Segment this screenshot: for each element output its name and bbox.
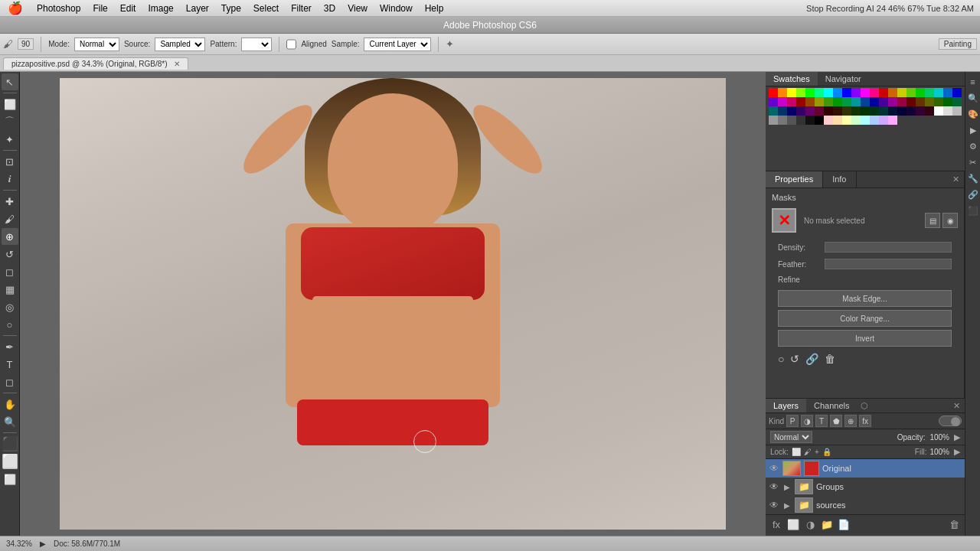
swatch-color[interactable] — [833, 88, 842, 97]
swatch-color[interactable] — [805, 116, 815, 125]
filter-toggle[interactable] — [939, 416, 962, 426]
swatch-color[interactable] — [925, 97, 934, 106]
menu-filter[interactable]: Filter — [285, 0, 318, 16]
clone-tool[interactable]: ⊕ — [2, 228, 18, 245]
apple-menu[interactable]: 🍎 — [0, 1, 31, 15]
filter-smart-icon[interactable]: ⊕ — [844, 415, 857, 427]
menu-type[interactable]: Type — [215, 0, 247, 16]
layer-expand-sources[interactable]: ▶ — [782, 501, 792, 510]
canvas-area[interactable] — [20, 72, 766, 536]
menu-select[interactable]: Select — [247, 0, 285, 16]
layers-panel-close[interactable]: ✕ — [949, 399, 965, 412]
density-slider[interactable] — [825, 242, 952, 253]
swatch-color[interactable] — [952, 88, 962, 97]
swatch-color[interactable] — [842, 97, 851, 106]
swatch-color[interactable] — [805, 106, 815, 116]
swatch-color[interactable] — [833, 106, 842, 116]
swatch-color[interactable] — [778, 106, 787, 116]
add-adjustment-btn[interactable]: ◑ — [802, 517, 818, 532]
swatch-color[interactable] — [870, 97, 879, 106]
lock-all-icon[interactable]: 🔒 — [822, 448, 831, 456]
mask-visibility-icon[interactable]: ○ — [778, 353, 784, 365]
dodge-tool[interactable]: ○ — [2, 316, 18, 333]
swatch-color[interactable] — [861, 116, 870, 125]
swatch-color[interactable] — [824, 106, 833, 116]
swatch-color[interactable] — [888, 116, 897, 125]
swatch-color[interactable] — [916, 88, 925, 97]
filter-pixel-icon[interactable]: P — [786, 415, 799, 427]
swatch-color[interactable] — [934, 106, 943, 116]
swatch-color[interactable] — [796, 97, 805, 106]
feather-slider[interactable] — [825, 259, 952, 269]
mask-link-icon[interactable]: 🔗 — [805, 353, 818, 365]
swatch-color[interactable] — [906, 106, 916, 116]
swatch-color[interactable] — [888, 97, 897, 106]
healing-tool[interactable]: ✚ — [2, 193, 18, 210]
swatch-color[interactable] — [888, 106, 897, 116]
swatch-color[interactable] — [861, 106, 870, 116]
tab-info[interactable]: Info — [823, 171, 856, 187]
swatch-color[interactable] — [906, 97, 916, 106]
healing-icon[interactable]: ✦ — [446, 38, 454, 50]
swatch-color[interactable] — [805, 88, 815, 97]
swatch-color[interactable] — [787, 97, 796, 106]
zoom-tool[interactable]: 🔍 — [2, 413, 18, 430]
swatch-color[interactable] — [815, 88, 824, 97]
filter-shape-icon[interactable]: ⬟ — [830, 415, 842, 427]
pattern-select[interactable] — [241, 37, 272, 51]
move-tool[interactable]: ↖ — [2, 73, 18, 90]
opacity-arrow[interactable]: ▶ — [954, 432, 960, 442]
foreground-color[interactable]: ⬛ — [2, 435, 18, 452]
swatch-color[interactable] — [769, 97, 778, 106]
layer-eye-groups[interactable]: 👁 — [769, 481, 779, 492]
gradient-tool[interactable]: ▦ — [2, 281, 18, 298]
swatch-color[interactable] — [952, 97, 962, 106]
swatch-color[interactable] — [787, 116, 796, 125]
swatch-color[interactable] — [769, 116, 778, 125]
swatch-color[interactable] — [805, 97, 815, 106]
mode-select[interactable]: Normal — [74, 37, 119, 51]
eraser-tool[interactable]: ◻ — [2, 263, 18, 280]
strip-icon-0[interactable]: ≡ — [966, 75, 980, 89]
swatch-color[interactable] — [897, 97, 906, 106]
lasso-tool[interactable]: ⌒ — [2, 113, 18, 130]
swatch-color[interactable] — [787, 88, 796, 97]
swatch-color[interactable] — [879, 97, 888, 106]
strip-icon-5[interactable]: ✂ — [966, 155, 980, 169]
swatch-color[interactable] — [851, 116, 861, 125]
swatch-color[interactable] — [925, 88, 934, 97]
blur-tool[interactable]: ◎ — [2, 298, 18, 315]
tab-navigator[interactable]: Navigator — [818, 72, 869, 86]
tab-channels[interactable]: Channels — [806, 399, 857, 412]
doc-tab-close[interactable]: ✕ — [174, 60, 180, 68]
swatch-color[interactable] — [943, 106, 952, 116]
menu-window[interactable]: Window — [374, 0, 419, 16]
swatch-color[interactable] — [870, 88, 879, 97]
swatch-color[interactable] — [925, 106, 934, 116]
canvas-document[interactable] — [60, 78, 726, 530]
mask-edge-button[interactable]: Mask Edge... — [778, 290, 952, 307]
swatch-color[interactable] — [778, 97, 787, 106]
add-pixel-mask-btn[interactable]: ▤ — [925, 213, 940, 228]
swatch-color[interactable] — [943, 97, 952, 106]
swatch-color[interactable] — [842, 88, 851, 97]
swatch-color[interactable] — [861, 88, 870, 97]
swatch-color[interactable] — [851, 97, 861, 106]
text-tool[interactable]: T — [2, 356, 18, 373]
strip-icon-4[interactable]: ⚙ — [966, 139, 980, 153]
sample-select[interactable]: Current Layer — [364, 37, 431, 51]
swatch-color[interactable] — [778, 116, 787, 125]
lock-pixels-icon[interactable]: ⬜ — [792, 448, 801, 456]
swatch-color[interactable] — [796, 88, 805, 97]
tab-properties[interactable]: Properties — [766, 171, 823, 187]
filter-type-icon[interactable]: T — [815, 415, 828, 427]
wand-tool[interactable]: ✦ — [2, 131, 18, 148]
layer-expand-groups[interactable]: ▶ — [782, 483, 792, 491]
menu-file[interactable]: File — [87, 0, 113, 16]
filter-adjustment-icon[interactable]: ◑ — [801, 415, 813, 427]
crop-tool[interactable]: ⊡ — [2, 153, 18, 170]
swatch-color[interactable] — [934, 88, 943, 97]
swatch-color[interactable] — [815, 116, 824, 125]
strip-icon-3[interactable]: ▶ — [966, 123, 980, 137]
menu-photoshop[interactable]: Photoshop — [31, 0, 87, 16]
